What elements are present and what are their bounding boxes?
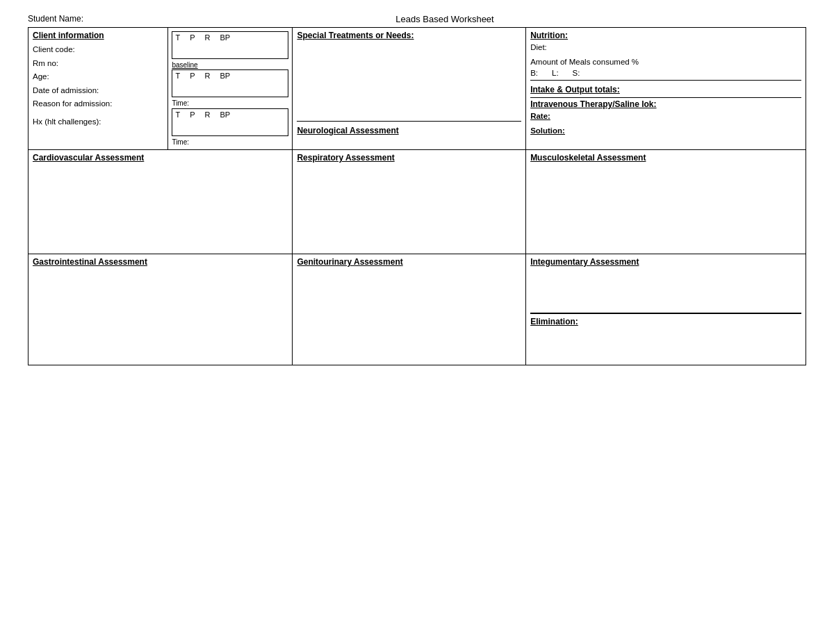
vitals-p-2: P bbox=[190, 72, 195, 80]
integumentary-heading: Integumentary Assessment bbox=[530, 257, 801, 267]
diet-label: Diet: bbox=[530, 40, 801, 55]
vitals-bp-2: BP bbox=[220, 72, 230, 80]
vitals-row-baseline: T P R BP bbox=[175, 72, 285, 80]
vitals-row-third: T P R BP bbox=[175, 110, 285, 119]
vitals-bp-3: BP bbox=[220, 110, 230, 119]
time-label-1: Time: bbox=[172, 99, 288, 107]
iv-heading: Intravenous Therapy/Saline lok: bbox=[530, 99, 801, 109]
genitourinary-cell: Genitourinary Assessment bbox=[293, 254, 526, 365]
nutrition-cell: Nutrition: Diet: Amount of Meals consume… bbox=[526, 28, 806, 150]
vitals-t: T bbox=[175, 33, 180, 42]
hx-field: Hx (hlt challenges): bbox=[33, 115, 163, 129]
respiratory-heading: Respiratory Assessment bbox=[297, 153, 521, 163]
musculoskeletal-cell: Musculoskeletal Assessment bbox=[526, 150, 806, 254]
meal-s: S: bbox=[573, 69, 580, 77]
time-label-2: Time: bbox=[172, 138, 288, 146]
vitals-r-2: R bbox=[204, 72, 210, 80]
nutrition-divider bbox=[530, 80, 801, 81]
special-treatments-cell: Special Treatments or Needs: Neurologica… bbox=[293, 28, 526, 150]
vitals-r-3: R bbox=[204, 110, 210, 119]
date-of-admission: Date of admission: bbox=[33, 84, 163, 98]
vitals-cell: T P R BP baseline T P R BP bbox=[168, 28, 293, 150]
intake-heading: Intake & Output totals: bbox=[530, 85, 801, 94]
gastrointestinal-cell: Gastrointestinal Assessment bbox=[28, 254, 293, 365]
meal-l: L: bbox=[552, 69, 559, 77]
iv-solution: Solution: bbox=[530, 124, 801, 138]
genitourinary-heading: Genitourinary Assessment bbox=[297, 257, 521, 267]
meals-row: B: L: S: bbox=[530, 69, 801, 77]
client-code: Client code: bbox=[33, 43, 163, 57]
cardiovascular-cell: Cardiovascular Assessment bbox=[28, 150, 293, 254]
elimination-heading: Elimination: bbox=[530, 317, 801, 327]
page-title: Leads Based Worksheet bbox=[83, 14, 806, 24]
vitals-r: R bbox=[204, 33, 210, 42]
integumentary-cell: Integumentary Assessment Elimination: bbox=[526, 254, 806, 365]
vitals-t-3: T bbox=[175, 110, 180, 119]
vitals-p: P bbox=[190, 33, 195, 42]
vitals-p-3: P bbox=[190, 110, 195, 119]
iv-rate: Rate: bbox=[530, 109, 801, 124]
vitals-box-baseline: T P R BP bbox=[172, 69, 288, 97]
amount-label: Amount of Meals consumed % bbox=[530, 55, 801, 69]
nutrition-heading: Nutrition: bbox=[530, 31, 801, 40]
vitals-t-2: T bbox=[175, 72, 180, 80]
vitals-bp: BP bbox=[220, 33, 230, 42]
neurological-heading: Neurological Assessment bbox=[297, 126, 521, 135]
musculoskeletal-heading: Musculoskeletal Assessment bbox=[530, 153, 801, 163]
vitals-box-top: T P R BP bbox=[172, 31, 288, 59]
vitals-box-third: T P R BP bbox=[172, 108, 288, 136]
gastrointestinal-heading: Gastrointestinal Assessment bbox=[33, 257, 288, 267]
intake-divider bbox=[530, 97, 801, 98]
special-treatments-heading: Special Treatments or Needs: bbox=[297, 31, 521, 40]
client-info-cell: Client information Client code: Rm no: A… bbox=[28, 28, 168, 150]
meal-b: B: bbox=[530, 69, 538, 77]
student-name-label: Student Name: bbox=[28, 14, 83, 24]
respiratory-cell: Respiratory Assessment bbox=[293, 150, 526, 254]
age: Age: bbox=[33, 70, 163, 84]
client-info-heading: Client information bbox=[33, 31, 163, 40]
vitals-row-top: T P R BP bbox=[175, 33, 285, 42]
baseline-label: baseline bbox=[172, 61, 288, 69]
cardiovascular-heading: Cardiovascular Assessment bbox=[33, 153, 288, 163]
rm-no: Rm no: bbox=[33, 57, 163, 71]
reason-for-admission: Reason for admission: bbox=[33, 97, 163, 111]
